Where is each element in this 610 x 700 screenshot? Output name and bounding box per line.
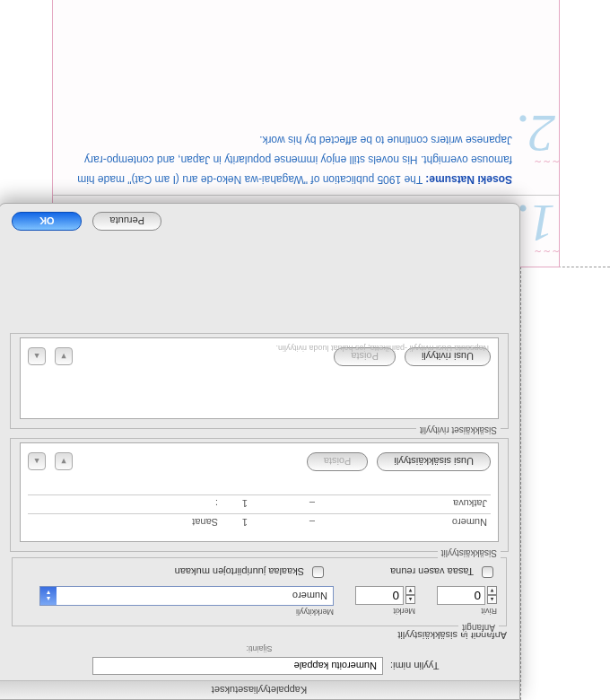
page-boundary-v bbox=[520, 267, 521, 700]
dropcap-2: 2. bbox=[515, 107, 555, 161]
new-nested-style-button[interactable]: Uusi sisäkkäistyyli bbox=[377, 452, 491, 471]
move-down-icon[interactable]: ▼ bbox=[55, 453, 73, 471]
skaalaa-checkbox[interactable]: Skaalaa juuripiirtojen mukaan bbox=[175, 564, 327, 581]
nested-legend: Sisäkkäistyylit bbox=[438, 548, 501, 558]
line-styles-group: Sisäkkäiset rivityylit Napsauta Uusi riv… bbox=[10, 333, 509, 429]
author-2: Soseki Natsume: bbox=[425, 173, 512, 186]
merkit-label: Merkit bbox=[355, 607, 415, 616]
style-name-input[interactable] bbox=[92, 657, 383, 675]
rivit-stepper[interactable]: ▲▼ bbox=[437, 586, 497, 605]
paragraph-2: Soseki Natsume: The 1905 publication of … bbox=[65, 130, 512, 195]
cancel-button[interactable]: Peruuta bbox=[93, 212, 162, 231]
merkit-input[interactable] bbox=[355, 586, 404, 605]
delete-nested-style-button[interactable]: Poista bbox=[307, 452, 369, 471]
merkit-stepper[interactable]: ▲▼ bbox=[355, 586, 415, 605]
sijainti-label: Sijainti: bbox=[0, 644, 519, 653]
rivit-input[interactable] bbox=[437, 586, 485, 605]
section-heading: Anfangit ja sisäkkäistyylit bbox=[0, 628, 519, 644]
merkit-up[interactable]: ▲ bbox=[405, 596, 415, 605]
linestyles-list: Napsauta Uusi rivityyli -painiketta, jos… bbox=[20, 337, 499, 419]
merkkityyli-label: Merkkityyli bbox=[22, 608, 334, 617]
line-move-down-icon[interactable]: ▼ bbox=[55, 348, 73, 366]
nested-list: Numero – 1 Sanat Jatkuva – 1 : Uusi sisä… bbox=[20, 442, 499, 542]
anchor-marker-2: ～～～ bbox=[534, 155, 561, 169]
anfangit-legend: Anfangit bbox=[458, 623, 499, 633]
move-up-icon[interactable]: ▲ bbox=[28, 453, 46, 471]
paragraph-style-dialog: Kappaletyyliasetukset Tyylin nimi: Sijai… bbox=[0, 203, 520, 700]
nested-styles-group: Sisäkkäistyylit Numero – 1 Sanat Jatkuva… bbox=[10, 438, 509, 552]
rivit-down[interactable]: ▼ bbox=[487, 587, 497, 596]
linestyles-hint: Napsauta Uusi rivityyli -painiketta, jos… bbox=[275, 344, 489, 353]
merkit-down[interactable]: ▼ bbox=[405, 587, 415, 596]
merkkityyli-value: Numero bbox=[57, 591, 333, 601]
dialog-title: Kappaletyyliasetukset bbox=[0, 680, 519, 699]
anchor-marker-1: ～～～ bbox=[534, 245, 561, 258]
anfangit-group: Anfangit Rivit ▲▼ Merkit ▲▼ bbox=[12, 557, 507, 626]
rivit-up[interactable]: ▲ bbox=[487, 596, 497, 605]
tasaa-checkbox[interactable]: Tasaa vasen reuna bbox=[390, 564, 497, 581]
nested-row-0[interactable]: Numero – 1 Sanat bbox=[28, 513, 491, 532]
ok-button[interactable]: OK bbox=[12, 212, 83, 231]
rivit-label: Rivit bbox=[437, 607, 497, 616]
linestyles-legend: Sisäkkäiset rivityylit bbox=[416, 425, 501, 435]
line-move-up-icon[interactable]: ▲ bbox=[28, 348, 46, 366]
merkkityyli-combo[interactable]: Numero ▲▼ bbox=[39, 586, 334, 606]
dropcap-1: 1. bbox=[515, 197, 555, 250]
style-name-label: Tyylin nimi: bbox=[390, 661, 507, 671]
nested-row-1[interactable]: Jatkuva – 1 : bbox=[28, 494, 491, 513]
combo-arrows-icon: ▲▼ bbox=[40, 587, 57, 605]
